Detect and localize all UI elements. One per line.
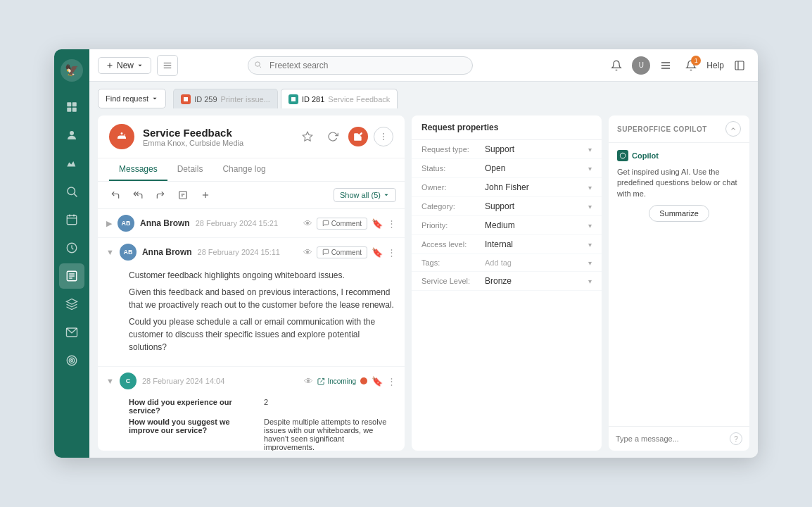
priority-chevron-icon: ▾ [588, 222, 592, 230]
property-row-tags: Tags: Add tag ▾ [412, 254, 602, 272]
svg-rect-40 [179, 192, 187, 199]
messages-area: ▶ AB Anna Brown 28 February 2024 15:21 👁… [98, 209, 405, 451]
svg-rect-35 [291, 97, 296, 101]
copilot-brand-name: Copilot [632, 151, 659, 160]
tab-id281-sub: Service Feedback [328, 95, 390, 104]
refresh-icon[interactable] [323, 127, 343, 146]
main-content: New U [89, 49, 758, 458]
more-icon-3[interactable]: ⋮ [387, 376, 396, 387]
incoming-badge: Incoming [317, 377, 356, 385]
property-label-priority: Priority: [421, 221, 485, 230]
sidebar-item-sales[interactable] [59, 235, 84, 261]
property-value-request-type[interactable]: Support ▾ [485, 144, 592, 154]
property-label-category: Category: [421, 202, 485, 211]
sidebar-item-search[interactable] [59, 179, 84, 204]
more-icon-1[interactable]: ⋮ [387, 218, 396, 229]
request-title: Service Feedback [143, 127, 289, 139]
property-row-owner: Owner: John Fisher ▾ [412, 178, 602, 197]
collapse-icon-3[interactable]: ▼ [106, 377, 114, 385]
copilot-info-icon[interactable]: ? [730, 432, 742, 445]
find-request-button[interactable]: Find request [98, 89, 166, 108]
form-label-1: How did you experience our service? [129, 398, 261, 415]
bookmark-icon-3[interactable]: 🔖 [372, 376, 383, 387]
tags-chevron-icon: ▾ [588, 259, 592, 267]
sidebar-item-calendar[interactable] [59, 207, 84, 232]
reply-icon[interactable] [106, 186, 125, 204]
eye-icon-1[interactable]: 👁 [303, 218, 312, 229]
property-value-owner[interactable]: John Fisher ▾ [485, 182, 592, 192]
access-value: Internal [485, 239, 513, 249]
find-request-label: Find request [106, 94, 148, 103]
bell-icon[interactable] [607, 56, 626, 75]
new-button[interactable]: New [98, 57, 151, 74]
property-row-priority: Priority: Medium ▾ [412, 216, 602, 235]
message-time-1: 28 February 2024 15:21 [196, 219, 278, 227]
svg-point-20 [69, 358, 75, 363]
svg-point-37 [383, 133, 384, 134]
eye-icon-3[interactable]: 👁 [304, 376, 313, 387]
sidebar-logo[interactable]: 🦅 [61, 59, 83, 82]
collapse-icon-2[interactable]: ▼ [106, 248, 114, 256]
property-row-status: Status: Open ▾ [412, 159, 602, 178]
add-icon[interactable] [196, 186, 215, 204]
property-value-category[interactable]: Support ▾ [485, 201, 592, 211]
bookmark-icon-2[interactable]: 🔖 [372, 247, 383, 258]
notification-icon[interactable]: 1 [681, 56, 701, 75]
sidebar-item-analytics[interactable] [59, 151, 84, 176]
sidebar-item-dashboard[interactable] [59, 94, 84, 120]
tab-messages[interactable]: Messages [109, 158, 167, 181]
msg-para-3: Could you please schedule a call or emai… [129, 315, 396, 353]
user-avatar[interactable]: U [632, 56, 650, 75]
message-item-2: ▼ AB Anna Brown 28 February 2024 15:11 👁… [98, 238, 405, 367]
summarize-button[interactable]: Summarize [649, 205, 709, 222]
star-icon[interactable] [298, 127, 317, 146]
sidebar-item-requests[interactable] [59, 263, 84, 289]
view-toggle-button[interactable] [157, 55, 178, 76]
message-item-3: ▼ C 28 February 2024 14:04 👁 Incoming [98, 367, 405, 451]
main-panel: Service Feedback Emma Knox, Curbside Med… [89, 108, 758, 458]
reply-all-icon[interactable] [129, 186, 147, 204]
sidebar-item-targets[interactable] [59, 348, 84, 373]
tab-id281[interactable]: ID 281 Service Feedback [281, 89, 398, 108]
show-all-button[interactable]: Show all (5) [334, 188, 396, 202]
property-value-priority[interactable]: Medium ▾ [485, 220, 592, 230]
compose-icon[interactable] [174, 186, 192, 204]
status-value: Open [485, 163, 505, 173]
search-input[interactable] [248, 56, 473, 75]
forward-icon[interactable] [151, 186, 170, 204]
tab-changelog[interactable]: Change log [212, 158, 275, 181]
property-value-service-level[interactable]: Bronze ▾ [485, 276, 592, 286]
sidebar-item-email[interactable] [59, 320, 84, 345]
eye-icon-2[interactable]: 👁 [303, 247, 312, 258]
copilot-description: Get inspired using AI. Use the predefine… [617, 167, 741, 199]
svg-rect-4 [67, 108, 71, 112]
new-label: New [117, 61, 134, 70]
sidebar-toggle-icon[interactable] [730, 56, 749, 75]
help-button[interactable]: Help [706, 61, 724, 70]
tab-id259[interactable]: ID 259 Printer issue... [173, 89, 278, 108]
priority-value: Medium [485, 220, 515, 230]
bookmark-icon-1[interactable]: 🔖 [372, 218, 383, 229]
form-row-2: How would you suggest we improve our ser… [129, 418, 396, 451]
more-options-icon[interactable] [374, 127, 393, 146]
property-value-status[interactable]: Open ▾ [485, 163, 592, 173]
sidebar-item-service[interactable] [59, 292, 84, 317]
copilot-input[interactable] [616, 434, 725, 443]
hamburger-icon[interactable] [656, 56, 675, 75]
message-actions-1: 👁 Comment 🔖 ⋮ [303, 218, 396, 230]
form-value-1: 2 [264, 398, 396, 415]
svg-point-27 [255, 61, 260, 65]
property-value-access[interactable]: Internal ▾ [485, 239, 592, 249]
edit-icon[interactable] [348, 127, 368, 146]
svg-line-8 [74, 194, 77, 196]
copilot-collapse-button[interactable] [725, 121, 741, 137]
form-value-2: Despite multiple attempts to resolve iss… [264, 418, 396, 451]
sidebar-item-contacts[interactable] [59, 123, 84, 148]
topbar-right-actions: U 1 Help [607, 56, 749, 75]
tab-details[interactable]: Details [167, 158, 213, 181]
property-value-tags[interactable]: Add tag ▾ [485, 258, 592, 267]
more-icon-2[interactable]: ⋮ [387, 247, 396, 258]
collapse-icon-1[interactable]: ▶ [106, 219, 112, 228]
status-chevron-icon: ▾ [588, 165, 592, 173]
copilot-logo [617, 150, 628, 161]
